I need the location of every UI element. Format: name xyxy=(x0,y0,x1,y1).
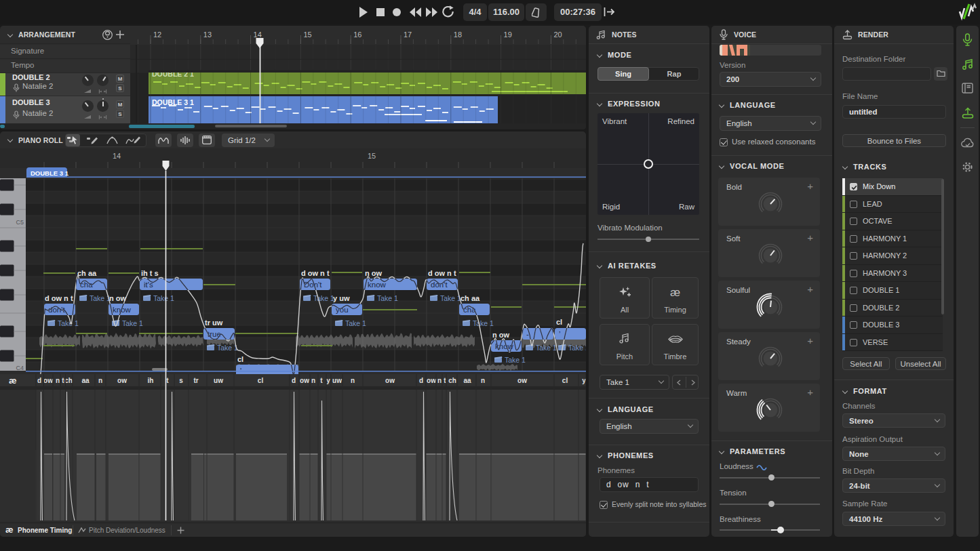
svg-text:12: 12 xyxy=(153,30,161,39)
svg-text:aa: aa xyxy=(81,377,90,384)
svg-text:Take 1: Take 1 xyxy=(122,319,143,327)
svg-text:ch aa: ch aa xyxy=(77,269,97,277)
svg-text:d: d xyxy=(37,377,41,384)
svg-text:n ow: n ow xyxy=(492,331,509,339)
svg-text:cl: cl xyxy=(556,318,562,326)
svg-text:ch: ch xyxy=(448,377,456,384)
svg-text:18: 18 xyxy=(454,30,462,39)
svg-text:Take 1: Take 1 xyxy=(217,344,238,352)
svg-text:n ow: n ow xyxy=(109,294,126,302)
svg-text:ow: ow xyxy=(117,377,127,384)
svg-text:y: y xyxy=(582,377,586,384)
svg-text:17: 17 xyxy=(404,30,412,39)
svg-text:15: 15 xyxy=(368,152,376,160)
svg-text:Take 1: Take 1 xyxy=(345,319,366,327)
svg-text:ih t s: ih t s xyxy=(141,269,159,277)
svg-text:s: s xyxy=(179,377,183,384)
svg-text:19: 19 xyxy=(504,30,512,39)
svg-text:d ow n t: d ow n t xyxy=(45,294,73,302)
svg-text:d: d xyxy=(419,377,423,384)
svg-text:y uw: y uw xyxy=(333,294,350,302)
svg-text:d ow n t: d ow n t xyxy=(428,269,456,277)
svg-text:ow: ow xyxy=(385,377,395,384)
svg-text:cl: cl xyxy=(237,355,243,363)
svg-text:16: 16 xyxy=(353,30,361,39)
svg-text:Take 1: Take 1 xyxy=(440,294,461,302)
svg-text:d ow n t: d ow n t xyxy=(301,269,330,277)
svg-text:Take 1: Take 1 xyxy=(313,294,334,302)
svg-text:uw: uw xyxy=(332,377,342,384)
svg-text:13: 13 xyxy=(203,30,212,39)
svg-text:ih: ih xyxy=(148,377,154,384)
svg-text:ow: ow xyxy=(517,377,527,384)
svg-text:tr uw: tr uw xyxy=(205,319,223,327)
svg-text:Take 1: Take 1 xyxy=(536,344,557,352)
svg-text:C5: C5 xyxy=(16,219,24,226)
svg-text:n: n xyxy=(311,377,315,384)
svg-text:cl: cl xyxy=(258,377,264,384)
svg-text:y: y xyxy=(326,377,330,384)
svg-text:C4: C4 xyxy=(16,365,24,371)
svg-text:ch aa: ch aa xyxy=(460,294,480,302)
svg-text:uw: uw xyxy=(214,377,223,384)
svg-text:n: n xyxy=(56,377,60,384)
svg-text:Take 1: Take 1 xyxy=(58,319,79,327)
svg-text:cl: cl xyxy=(562,377,568,384)
svg-text:ow: ow xyxy=(43,377,53,384)
svg-text:don't: don't xyxy=(431,281,448,289)
svg-text:n: n xyxy=(351,377,355,384)
svg-text:14: 14 xyxy=(113,152,121,160)
svg-text:Take 1: Take 1 xyxy=(473,319,494,327)
svg-text:n: n xyxy=(481,377,485,384)
svg-text:æ: æ xyxy=(9,375,17,386)
svg-text:tr: tr xyxy=(193,377,198,384)
svg-text:n: n xyxy=(98,377,102,384)
svg-text:n ow: n ow xyxy=(365,269,382,277)
svg-text:20: 20 xyxy=(553,30,562,39)
svg-text:’: ’ xyxy=(559,330,561,338)
svg-text:you: you xyxy=(336,306,349,314)
svg-text:Take 1: Take 1 xyxy=(505,356,526,364)
svg-text:15: 15 xyxy=(303,30,311,39)
svg-text:ow: ow xyxy=(300,377,309,384)
svg-text:aa: aa xyxy=(463,377,471,384)
svg-text:DOUBLE 3 1: DOUBLE 3 1 xyxy=(31,169,69,177)
svg-text:Take 1: Take 1 xyxy=(568,344,586,352)
svg-text:Take 1: Take 1 xyxy=(153,294,174,302)
svg-text:Take 1: Take 1 xyxy=(377,294,398,302)
svg-text:14: 14 xyxy=(254,30,262,39)
svg-text:ow: ow xyxy=(427,377,436,384)
svg-text:d: d xyxy=(292,377,296,384)
svg-text:n: n xyxy=(437,377,442,384)
